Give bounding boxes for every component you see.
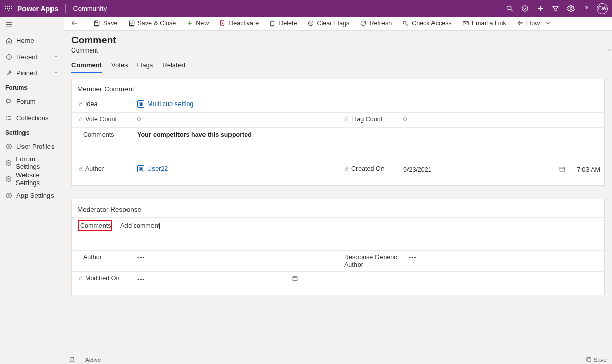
label-author: Author [72,162,133,177]
nav-pinned[interactable]: Pinned [0,65,64,81]
cmd-label: Deactivate [228,20,259,27]
help-icon[interactable] [578,0,594,17]
nav-home[interactable]: Home [0,32,64,48]
search-icon[interactable] [502,0,517,17]
app-launcher-icon[interactable] [4,5,12,13]
value-vote-count[interactable]: 0 [133,113,338,127]
value-flag-count[interactable]: 0 [399,113,604,127]
nav-user-profiles[interactable]: User Profiles [0,138,64,154]
nav-website-settings[interactable]: Website Settings [0,171,64,187]
back-button[interactable] [68,17,81,30]
nav-label: Forum Settings [16,155,59,170]
svg-rect-45 [80,119,82,121]
app-name: Power Apps [17,5,58,13]
open-in-new-icon[interactable] [69,357,75,362]
form-tabs: Comment Votes Flags Related [71,59,605,73]
delete-button[interactable]: Delete [265,17,301,31]
email-link-button[interactable]: Email a Link [458,17,511,31]
cmd-label: Delete [278,20,297,27]
nav-collapse-button[interactable] [0,17,64,32]
refresh-button[interactable]: Refresh [355,17,396,31]
nav-group-settings: Settings [0,126,64,138]
svg-point-8 [586,10,586,11]
status-save-button[interactable]: Save [586,357,607,363]
user-avatar[interactable]: CW [597,3,608,14]
nav-collections[interactable]: Collections [0,110,64,126]
label-vote-count: Vote Count [72,113,133,127]
value-modified-on[interactable]: --- [133,272,338,287]
svg-marker-5 [552,6,558,11]
svg-point-18 [6,118,7,118]
lock-icon [78,166,83,171]
save-close-button[interactable]: Save & Close [124,17,181,31]
svg-point-2 [522,6,527,11]
nav-group-forums: Forums [0,81,64,93]
save-button[interactable]: Save [89,17,122,31]
deactivate-button[interactable]: Deactivate [215,17,263,31]
value-mod-author[interactable]: --- [133,251,338,271]
settings-icon[interactable] [563,0,578,17]
left-nav: Home Recent Pinned Forums Forum Collecti… [0,17,64,364]
svg-rect-13 [6,99,10,102]
main-area: Save Save & Close New Deactivate Delete … [64,17,612,364]
svg-rect-57 [588,358,590,359]
gear-icon [5,175,12,183]
nav-label: Collections [16,114,49,122]
area-name: Community [73,5,107,12]
header-divider [65,4,66,13]
nav-forum-settings[interactable]: Forum Settings [0,154,64,171]
label-comments: Comments [72,128,133,162]
nav-forum[interactable]: Forum [0,93,64,110]
lock-icon [344,117,349,122]
value-comments[interactable]: Your competitors have this supported [133,128,604,162]
lookup-icon: ▣ [137,100,144,108]
cmd-label: New [196,20,209,27]
nav-label: Forum [16,98,36,106]
cmd-label: Refresh [369,20,392,27]
value-created-on[interactable]: 9/23/2021 7:03 AM [399,162,604,177]
list-icon [5,114,12,121]
nav-label: Recent [16,53,37,61]
tab-comment[interactable]: Comment [71,59,102,73]
add-icon[interactable] [532,0,548,17]
gear-icon [5,159,12,166]
mod-comments-input[interactable]: Add comment [117,220,600,247]
svg-point-27 [6,193,11,198]
new-button[interactable]: New [182,17,213,31]
svg-rect-36 [271,22,274,26]
check-access-button[interactable]: Check Access [398,17,456,31]
clear-flags-button[interactable]: Clear Flags [303,17,353,31]
row-comments: Comments Your competitors have this supp… [72,127,604,162]
label-mod-comments: Comments [77,220,113,232]
value-generic-author[interactable]: --- [404,251,604,271]
flow-button[interactable]: Flow [513,17,555,31]
task-icon[interactable] [517,0,532,17]
panel-title: Member Comment [72,83,604,97]
tab-related[interactable]: Related [162,59,185,73]
scrollbar[interactable] [607,47,612,73]
value-author[interactable]: ▣ User22 [133,162,338,177]
home-icon [5,37,12,44]
nav-label: Website Settings [16,171,59,187]
page-title: Comment [71,35,605,46]
lock-icon [78,276,83,281]
label-flag-count: Flag Count [338,113,399,127]
clock-icon [5,53,12,60]
command-bar: Save Save & Close New Deactivate Delete … [64,17,612,31]
svg-line-55 [72,358,74,360]
svg-point-22 [8,162,9,163]
forum-icon [5,98,12,105]
nav-label: Pinned [16,69,37,77]
value-idea[interactable]: ▣ Multi cup setting [133,97,604,112]
status-bar: Active Save [64,355,612,364]
svg-point-20 [8,145,9,147]
tab-flags[interactable]: Flags [137,59,153,73]
cmd-label: Check Access [412,20,452,27]
nav-app-settings[interactable]: App Settings [0,187,64,203]
tab-votes[interactable]: Votes [111,59,128,73]
gear-icon [5,192,12,199]
panel-moderator-response: Moderator Response Comments Add comment [71,199,605,295]
nav-recent[interactable]: Recent [0,48,64,65]
lock-icon [78,117,83,122]
filter-icon[interactable] [548,0,563,17]
